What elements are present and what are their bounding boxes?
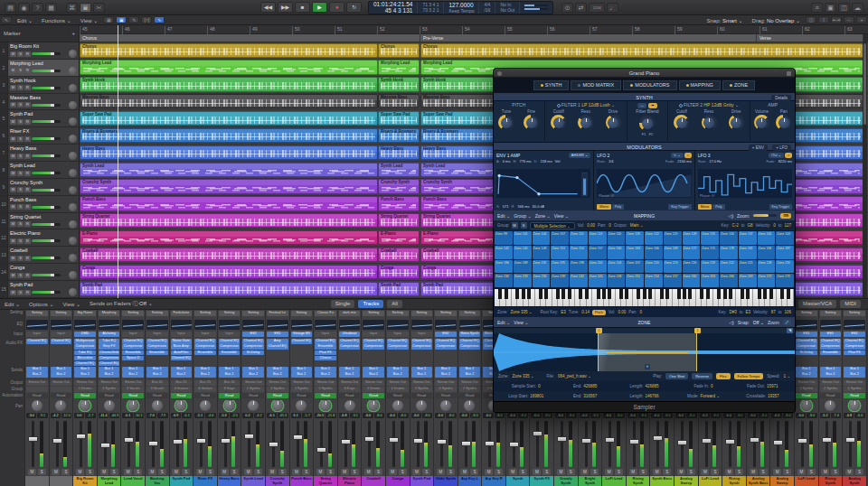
lfo2-graph[interactable]: Phase: 0° (597, 169, 691, 198)
audio-fx-slot[interactable]: Noise Gate (171, 339, 193, 344)
channel-input-slot[interactable]: Input (51, 332, 72, 337)
piano-black-key[interactable] (787, 289, 790, 299)
solo-button[interactable]: S (17, 221, 24, 227)
pan-knob[interactable] (32, 400, 42, 411)
channel-name-label[interactable]: Punch Bass (290, 476, 314, 486)
output-slot[interactable]: Stereo Out (51, 380, 72, 386)
zone-snap-menu[interactable]: Off ⌄ (753, 320, 764, 325)
record-enable-button[interactable]: R (24, 256, 31, 261)
fader-cap[interactable] (148, 441, 158, 446)
zone-cell[interactable]: Zone 143 (776, 231, 794, 245)
zone-cell[interactable]: Zone 228 (758, 260, 776, 274)
group-slot[interactable]: 2 Synths (435, 387, 457, 392)
fader-track[interactable] (826, 421, 828, 467)
lfo3-graph[interactable]: Phase: 0° (698, 169, 792, 198)
pan-knob[interactable] (344, 400, 355, 411)
channel-input-slot[interactable]: Input (219, 332, 241, 337)
region[interactable]: Morphing Lead (80, 60, 378, 74)
functions-menu[interactable]: Functions ⌄ (42, 17, 71, 23)
loop-remove-icon[interactable]: ✕ (645, 364, 650, 369)
loop-field[interactable]: Loop Start:169801 (498, 394, 553, 398)
channel-setting-button[interactable]: Setting (122, 311, 144, 316)
piano-black-key[interactable] (769, 289, 773, 299)
channel-name-label[interactable]: String Quartet (314, 476, 337, 486)
fader-cap[interactable] (437, 439, 447, 444)
send-slot[interactable]: Bus 1 (315, 367, 336, 372)
channel-input-slot[interactable]: ES1 (820, 332, 842, 337)
zone-cell[interactable]: Zone 275 (776, 274, 794, 287)
audio-fx-slot[interactable]: Channel EQ (844, 339, 865, 344)
channel-name-label[interactable]: LoFi Lead (602, 476, 626, 486)
track-header[interactable]: 6Riser FXMSR (0, 127, 79, 145)
strip-solo-button[interactable]: S (61, 469, 70, 475)
fader-cap[interactable] (629, 439, 639, 444)
speed-stepper[interactable]: 1 ⌄ (783, 374, 790, 379)
audio-fx-slot[interactable]: ChromaVerb (99, 350, 120, 356)
channel-setting-button[interactable]: Setting (820, 311, 842, 316)
fader-cap[interactable] (702, 438, 712, 444)
channel-eq-thumbnail[interactable] (435, 320, 457, 330)
track-volume-slider[interactable] (32, 239, 61, 242)
vertical-zoom-icon[interactable]: I (818, 16, 829, 23)
modulators-section-header[interactable]: MODULATORS + ENV + LFO (494, 142, 795, 151)
zone-cell[interactable]: Zone 216 (683, 260, 701, 274)
strip-mute-button[interactable]: M (52, 469, 60, 475)
fader-cap[interactable] (269, 442, 278, 447)
pan-knob[interactable] (55, 400, 66, 411)
flex-button[interactable]: Flex (716, 373, 731, 379)
fader-track[interactable] (801, 421, 804, 467)
zone-cell[interactable]: Zone 254 (645, 274, 663, 287)
audio-fx-slot[interactable]: Channel EQ (219, 339, 241, 344)
fader-cap[interactable] (822, 437, 832, 443)
knob-reso[interactable]: Reso (698, 109, 720, 130)
bar-ruler[interactable]: 45464748495051525354555657585960616263 (80, 25, 868, 34)
audio-fx-slot[interactable]: Channel EQ (435, 339, 457, 344)
channel-strip[interactable]: Classic FuInputChannel EQEnsemblePhat FX… (314, 310, 338, 486)
fader-track[interactable] (849, 421, 852, 467)
loop-field[interactable]: End:316567 (557, 394, 612, 398)
pan-knob[interactable] (440, 400, 451, 411)
zone-cell[interactable]: Zone 122 (645, 231, 663, 245)
region[interactable]: Crunchy Synth (80, 179, 378, 193)
piano-black-key[interactable] (579, 289, 582, 299)
channel-name-label[interactable]: LoFi Lead (699, 476, 722, 486)
audio-fx-slot[interactable]: Channel EQ (122, 339, 144, 344)
audio-fx-slot[interactable]: Compressor (411, 344, 433, 350)
group-slot[interactable]: 2 Synths (267, 387, 288, 392)
audio-fx-slot[interactable]: Bitcrusher (74, 356, 96, 361)
audio-fx-slot[interactable]: Compressor (844, 344, 865, 350)
piano-black-key[interactable] (741, 289, 744, 299)
solo-button[interactable]: S (17, 51, 24, 57)
channel-name-label[interactable]: Synth Pad (170, 476, 193, 486)
channel-input-slot[interactable]: Alchemy (99, 332, 120, 337)
region[interactable]: Synth Pad (80, 282, 378, 296)
channel-setting-button[interactable]: Setting (194, 311, 216, 316)
strip-solo-button[interactable]: S (422, 469, 430, 475)
fader-track[interactable] (297, 421, 299, 467)
zone-cell[interactable]: Zone 178 (720, 246, 738, 259)
pan-knob[interactable] (175, 400, 186, 411)
track-pan-knob[interactable] (69, 67, 77, 75)
region[interactable]: Cowbell (80, 248, 378, 262)
automation-mode-button[interactable]: Read (339, 393, 361, 398)
pan-knob[interactable] (296, 400, 307, 411)
sampler-plugin-window[interactable]: Grand Piano SYNTHMOD MATRIXMODULATORSMAP… (493, 68, 796, 413)
editors-icon[interactable]: ✂ (93, 3, 105, 13)
channel-eq-thumbnail[interactable] (74, 320, 96, 330)
audio-fx-slot[interactable]: Compressor (459, 344, 481, 350)
audio-fx-slot[interactable]: Compressor (339, 344, 361, 350)
tab-enable-dot[interactable] (541, 84, 543, 87)
strip-mute-button[interactable]: M (485, 469, 493, 475)
piano-black-key[interactable] (706, 289, 710, 299)
record-enable-button[interactable]: R (24, 136, 31, 142)
channel-eq-thumbnail[interactable] (171, 320, 193, 330)
rewind-button[interactable]: ◀◀ (260, 2, 276, 13)
fader-cap[interactable] (725, 439, 735, 444)
strip-solo-button[interactable]: S (639, 469, 647, 475)
channel-setting-button[interactable]: Setting (435, 311, 457, 316)
automation-mode-button[interactable]: Read (435, 393, 457, 398)
marker-track-header[interactable]: Marker + (0, 25, 79, 42)
knob-pan[interactable]: Pan (773, 109, 795, 130)
mapping-menu[interactable]: View ⌄ (554, 213, 569, 219)
track-header[interactable]: 8Synth LeadMSR (0, 162, 79, 179)
